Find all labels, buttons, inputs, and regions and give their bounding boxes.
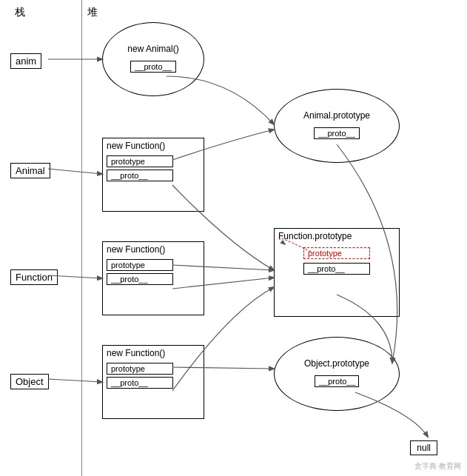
object-prototype-title: Object.prototype	[304, 358, 369, 369]
function-prototype-title: Function.prototype	[275, 229, 399, 244]
object-prototype-oval: Object.prototype __proto__	[274, 337, 400, 411]
nfo-prototype: prototype	[107, 363, 173, 375]
function-prototype-rect: Function.prototype prototype __proto__	[274, 228, 400, 317]
nfa-prototype: prototype	[107, 155, 173, 167]
new-function-object-rect: new Function() prototype __proto__	[102, 345, 204, 419]
new-animal-proto: __proto__	[130, 61, 176, 73]
op-proto: __proto__	[315, 375, 359, 387]
stack-heap-divider	[81, 0, 82, 476]
fp-prototype: prototype	[303, 247, 370, 259]
stack-var-function: Function	[10, 269, 58, 285]
animal-prototype-title: Animal.prototype	[303, 110, 370, 121]
svg-line-3	[48, 379, 102, 382]
null-box: null	[410, 440, 437, 455]
new-function-animal-rect: new Function() prototype __proto__	[102, 138, 204, 212]
new-function-animal-title: new Function()	[103, 138, 204, 153]
stack-var-animal: Animal	[10, 163, 50, 178]
new-function-function-rect: new Function() prototype __proto__	[102, 241, 204, 315]
stack-var-anim: anim	[10, 53, 41, 69]
new-function-object-title: new Function()	[103, 346, 204, 361]
nfa-proto: __proto__	[107, 170, 173, 181]
stack-header: 栈	[15, 6, 25, 19]
svg-line-1	[48, 169, 102, 174]
new-function-function-title: new Function()	[103, 242, 204, 257]
fp-proto: __proto__	[303, 263, 370, 275]
nff-prototype: prototype	[107, 259, 173, 271]
watermark: 贪字典·教育网	[414, 461, 461, 472]
new-animal-title: new Animal()	[127, 44, 178, 54]
heap-header: 堆	[87, 6, 98, 19]
ap-proto: __proto__	[314, 127, 360, 139]
new-animal-oval: new Animal() __proto__	[102, 22, 204, 96]
nff-proto: __proto__	[107, 273, 173, 285]
nfo-proto: __proto__	[107, 377, 173, 389]
animal-prototype-oval: Animal.prototype __proto__	[274, 89, 400, 163]
stack-var-object: Object	[10, 374, 49, 389]
main-canvas: 栈 堆 anim Animal Function Object new Anim…	[0, 0, 467, 476]
